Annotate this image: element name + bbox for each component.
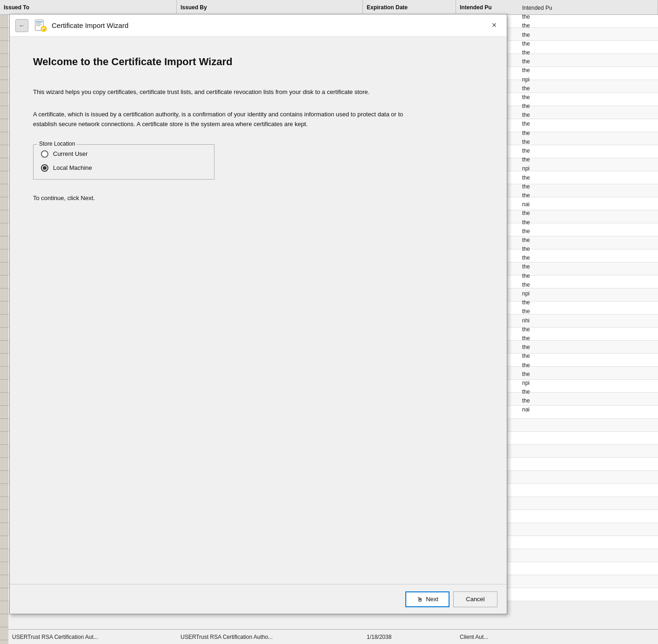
side-marker xyxy=(0,41,8,54)
side-marker xyxy=(0,523,8,536)
right-text-item: the xyxy=(522,307,654,316)
right-text-item: the xyxy=(522,31,654,40)
right-text-item: the xyxy=(522,361,654,370)
side-marker xyxy=(0,510,8,523)
store-location-group: Store Location Current User Local Machin… xyxy=(33,144,215,180)
right-text-item: the xyxy=(522,111,654,120)
side-marker xyxy=(0,627,8,640)
right-text-item: the xyxy=(522,120,654,128)
side-marker xyxy=(0,380,8,393)
current-user-radio[interactable] xyxy=(41,150,48,158)
right-text-item: the xyxy=(522,272,654,281)
side-marker xyxy=(0,341,8,354)
side-marker xyxy=(0,432,8,445)
store-location-legend: Store Location xyxy=(37,141,77,147)
next-button[interactable]: 🖱 Next xyxy=(405,591,450,607)
right-text-item: the xyxy=(522,93,654,102)
local-machine-label: Local Machine xyxy=(53,164,92,171)
side-marker xyxy=(0,393,8,406)
svg-rect-3 xyxy=(36,24,41,25)
right-text-item: nai xyxy=(522,200,654,209)
bottom-issued-by: USERTrust RSA Certification Autho... xyxy=(177,634,363,640)
cancel-button[interactable]: Cancel xyxy=(453,591,497,607)
right-text-item: the xyxy=(522,40,654,48)
side-marker xyxy=(0,197,8,210)
bottom-expiration: 1/18/2038 xyxy=(363,634,456,640)
side-marker xyxy=(0,262,8,275)
side-marker xyxy=(0,484,8,497)
side-marker xyxy=(0,367,8,380)
right-text-item: the xyxy=(522,227,654,236)
back-button[interactable]: ← xyxy=(15,19,28,32)
side-marker xyxy=(0,54,8,67)
next-label: Next xyxy=(426,596,438,603)
right-text-item: the xyxy=(522,174,654,182)
side-marker xyxy=(0,158,8,171)
side-marker xyxy=(0,562,8,575)
right-text-item: the xyxy=(522,254,654,262)
right-text-item: the xyxy=(522,182,654,191)
right-text-item: the xyxy=(522,325,654,334)
header-issued-to: Issued To xyxy=(0,0,177,14)
side-marker xyxy=(0,354,8,367)
cursor-icon: 🖱 xyxy=(416,596,423,603)
wizard-description1: This wizard helps you copy certificates,… xyxy=(33,87,424,97)
side-marker xyxy=(0,275,8,288)
bottom-issued-to: USERTrust RSA Certification Aut... xyxy=(8,634,177,640)
right-text-item: the xyxy=(522,84,654,93)
side-marker xyxy=(0,119,8,132)
side-marker xyxy=(0,210,8,223)
side-marker xyxy=(0,249,8,262)
right-text-item: the xyxy=(522,343,654,352)
side-marker xyxy=(0,106,8,119)
side-marker xyxy=(0,471,8,484)
side-marker xyxy=(0,419,8,432)
side-marker xyxy=(0,328,8,341)
certificate-import-wizard-dialog: ← ★ Certificate Import Wizard × Welcome … xyxy=(9,14,507,614)
header-issued-by: Issued By xyxy=(177,0,363,14)
local-machine-option[interactable]: Local Machine xyxy=(41,164,207,172)
right-text-item: the xyxy=(522,370,654,379)
right-text-item: the xyxy=(522,352,654,361)
side-marker xyxy=(0,80,8,93)
side-marker xyxy=(0,288,8,302)
header-expiration: Expiration Date xyxy=(363,0,456,14)
local-machine-radio[interactable] xyxy=(41,164,48,172)
right-text-item: the xyxy=(522,129,654,138)
right-text-item: the xyxy=(522,334,654,343)
svg-rect-2 xyxy=(36,23,41,23)
right-text-item: the xyxy=(522,262,654,271)
right-text-item: the xyxy=(522,48,654,57)
side-marker xyxy=(0,93,8,106)
right-text-item: nhi xyxy=(522,316,654,325)
right-text-item: the xyxy=(522,66,654,75)
right-text-item: the xyxy=(522,138,654,147)
current-user-label: Current User xyxy=(53,150,87,157)
right-text-item: the xyxy=(522,281,654,289)
right-text-item: npi xyxy=(522,379,654,388)
right-text-item: the xyxy=(522,102,654,111)
side-marker xyxy=(0,536,8,549)
right-text-item: Intended Pu xyxy=(522,4,654,13)
side-marker xyxy=(0,132,8,145)
side-marker xyxy=(0,406,8,419)
right-text-item: the xyxy=(522,396,654,405)
right-text-item: the xyxy=(522,13,654,21)
svg-rect-4 xyxy=(36,26,40,26)
side-marker xyxy=(0,15,8,28)
right-text-item: the xyxy=(522,298,654,307)
back-icon: ← xyxy=(19,22,25,29)
right-text-item: npi xyxy=(522,164,654,173)
dialog-title: Certificate Import Wizard xyxy=(52,21,128,29)
side-marker xyxy=(0,549,8,562)
right-text-item: npi xyxy=(522,75,654,84)
side-marker xyxy=(0,28,8,41)
side-marker xyxy=(0,445,8,458)
close-button[interactable]: × xyxy=(487,18,501,32)
current-user-option[interactable]: Current User xyxy=(41,150,207,158)
right-text-item: the xyxy=(522,57,654,66)
dialog-content: Welcome to the Certificate Import Wizard… xyxy=(10,37,507,584)
svg-rect-1 xyxy=(36,21,42,22)
right-text-item: the xyxy=(522,191,654,200)
side-marker xyxy=(0,145,8,158)
